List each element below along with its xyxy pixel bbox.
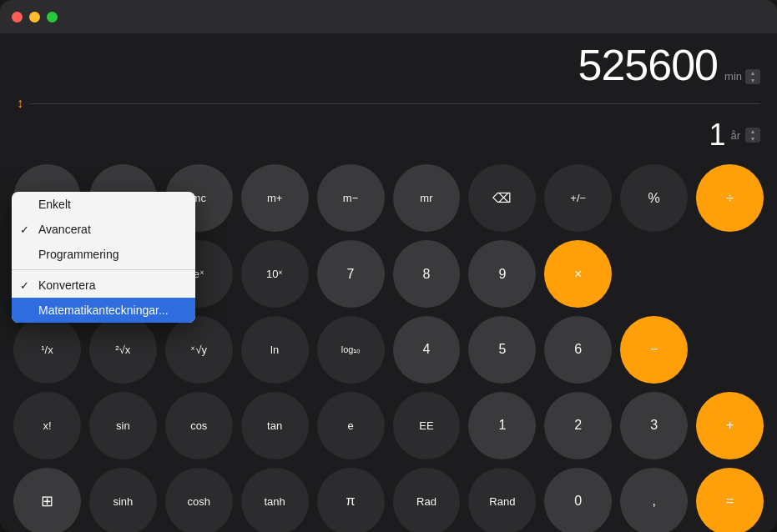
mminus-button[interactable]: m− bbox=[317, 164, 385, 232]
secondary-display: 1 bbox=[709, 118, 725, 153]
calculator-window: 525600 min ▲ ▼ ↕ 1 år ▲ ▼ bbox=[0, 0, 777, 532]
mr-button[interactable]: mr bbox=[393, 164, 461, 232]
nine-button[interactable]: 9 bbox=[468, 240, 536, 308]
menu-label-matematikanteckningar: Matematikanteckningar... bbox=[38, 304, 169, 317]
menu-item-konvertera[interactable]: Konvertera bbox=[12, 273, 195, 298]
title-bar bbox=[0, 0, 777, 33]
six-button[interactable]: 6 bbox=[544, 316, 612, 384]
sort-icon[interactable]: ↕ bbox=[17, 96, 23, 111]
main-display: 525600 bbox=[578, 42, 719, 89]
calculator-icon-button[interactable]: ⊞ bbox=[13, 468, 81, 532]
subtract-button[interactable]: − bbox=[620, 316, 688, 384]
equals-button[interactable]: = bbox=[696, 468, 764, 532]
divider-row: ↕ bbox=[0, 93, 777, 114]
menu-label-programmering: Programmering bbox=[38, 248, 119, 261]
menu-label-avancerat: Avancerat bbox=[38, 223, 91, 236]
percent-button[interactable]: % bbox=[620, 164, 688, 232]
10x-button[interactable]: 10ˣ bbox=[241, 240, 309, 308]
ln-button[interactable]: ln bbox=[241, 316, 309, 384]
secondary-display-row: 1 år ▲ ▼ bbox=[0, 114, 777, 156]
seven-button[interactable]: 7 bbox=[317, 240, 385, 308]
display-area: 525600 min ▲ ▼ bbox=[0, 33, 777, 93]
button-row-5: ⊞ sinh cosh tanh π Rad Rand 0 , = bbox=[13, 468, 764, 532]
menu-separator-1 bbox=[12, 269, 195, 270]
menu-item-avancerat[interactable]: Avancerat bbox=[12, 217, 195, 242]
divide-button[interactable]: ÷ bbox=[696, 164, 764, 232]
sinh-button[interactable]: sinh bbox=[89, 468, 157, 532]
plus-minus-button[interactable]: +/− bbox=[544, 164, 612, 232]
tanh-button[interactable]: tanh bbox=[241, 468, 309, 532]
e-button[interactable]: e bbox=[317, 392, 385, 459]
divider-line bbox=[30, 103, 760, 104]
rad-button[interactable]: Rad bbox=[393, 468, 461, 532]
ee-button[interactable]: EE bbox=[393, 392, 461, 459]
multiply-button[interactable]: × bbox=[544, 240, 612, 308]
menu-item-matematikanteckningar[interactable]: Matematikanteckningar... bbox=[12, 298, 195, 323]
add-button[interactable]: + bbox=[696, 392, 764, 459]
two-button[interactable]: 2 bbox=[544, 392, 612, 459]
zero-button[interactable]: 0 bbox=[544, 468, 612, 532]
calculator-body: 525600 min ▲ ▼ ↕ 1 år ▲ ▼ bbox=[0, 33, 777, 532]
eight-button[interactable]: 8 bbox=[393, 240, 461, 308]
three-button[interactable]: 3 bbox=[620, 392, 688, 459]
close-button[interactable] bbox=[12, 12, 23, 23]
one-button[interactable]: 1 bbox=[468, 392, 536, 459]
four-button[interactable]: 4 bbox=[393, 316, 461, 384]
button-row-4: x! sin cos tan e EE 1 2 3 + bbox=[13, 392, 764, 459]
xsqrty-button[interactable]: ˣ√y bbox=[165, 316, 233, 384]
maximize-button[interactable] bbox=[47, 12, 58, 23]
mplus-button[interactable]: m+ bbox=[241, 164, 309, 232]
tan-button[interactable]: tan bbox=[241, 392, 309, 459]
secondary-unit-stepper[interactable]: ▲ ▼ bbox=[745, 128, 760, 143]
button-row-3: ¹/x ²√x ˣ√y ln log₁₀ 4 5 6 − bbox=[13, 316, 764, 384]
backspace-button[interactable]: ⌫ bbox=[468, 164, 536, 232]
rand-button[interactable]: Rand bbox=[468, 468, 536, 532]
comma-button[interactable]: , bbox=[620, 468, 688, 532]
menu-item-programmering[interactable]: Programmering bbox=[12, 242, 195, 267]
sin-button[interactable]: sin bbox=[89, 392, 157, 459]
cosh-button[interactable]: cosh bbox=[165, 468, 233, 532]
factorial-button[interactable]: x! bbox=[13, 392, 81, 459]
reciprocal-button[interactable]: ¹/x bbox=[13, 316, 81, 384]
menu-label-enkelt: Enkelt bbox=[38, 198, 71, 211]
cos-button[interactable]: cos bbox=[165, 392, 233, 459]
view-menu: Enkelt Avancerat Programmering Konverter… bbox=[12, 192, 195, 323]
menu-label-konvertera: Konvertera bbox=[38, 279, 95, 292]
main-unit-stepper[interactable]: ▲ ▼ bbox=[745, 69, 760, 84]
minimize-button[interactable] bbox=[29, 12, 40, 23]
five-button[interactable]: 5 bbox=[468, 316, 536, 384]
menu-item-enkelt[interactable]: Enkelt bbox=[12, 192, 195, 217]
main-unit: min bbox=[724, 70, 742, 83]
pi-button[interactable]: π bbox=[317, 468, 385, 532]
log10-button[interactable]: log₁₀ bbox=[317, 316, 385, 384]
secondary-unit: år bbox=[730, 129, 740, 142]
sqrt2-button[interactable]: ²√x bbox=[89, 316, 157, 384]
